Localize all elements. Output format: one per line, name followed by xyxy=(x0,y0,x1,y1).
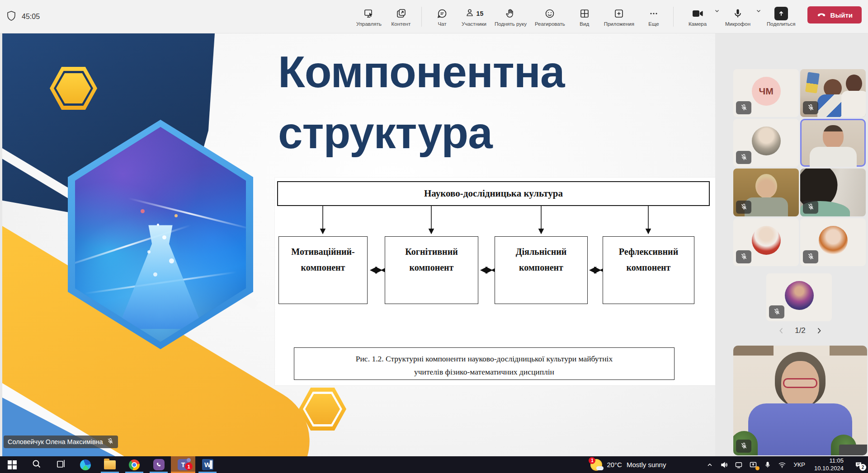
chrome-button[interactable] xyxy=(122,456,146,473)
chat-label: Чат xyxy=(438,21,446,27)
manage-monitor-cursor-icon xyxy=(363,7,374,20)
participant-tile-avatar[interactable] xyxy=(766,273,832,321)
toolbar-separator xyxy=(673,7,674,27)
component-name: компонент xyxy=(385,260,478,276)
slide-title-line2: структура xyxy=(278,103,565,164)
apps-button[interactable]: Приложения xyxy=(600,5,638,28)
camera-button[interactable]: Камера xyxy=(683,5,712,28)
ukraine-flag xyxy=(805,72,820,93)
toolbar-center-controls: Управлять Контент Чат 1 xyxy=(353,5,669,28)
search-button[interactable] xyxy=(24,456,49,473)
microphone-icon xyxy=(732,7,743,20)
screen-share-indicator-icon[interactable] xyxy=(746,456,760,473)
mic-off-badge xyxy=(803,201,818,214)
word-button[interactable]: W xyxy=(195,456,220,473)
file-explorer-icon xyxy=(104,460,116,469)
avatar-photo xyxy=(785,281,814,310)
sharing-active-dot xyxy=(755,466,760,470)
avatar-initials: ЧМ xyxy=(752,77,781,106)
taskbar-clock[interactable]: 11:05 10.10.2024 xyxy=(810,456,848,473)
teams-button[interactable]: T 1 xyxy=(171,456,195,473)
component-name: Діяльнісний xyxy=(495,244,587,260)
leave-button[interactable]: Выйти xyxy=(807,6,862,23)
more-label: Еще xyxy=(648,21,659,27)
prev-page-button[interactable] xyxy=(777,326,786,335)
participants-label: Участники xyxy=(462,21,486,27)
presenter-name: Соловейчук Олена Максимівна xyxy=(8,438,103,445)
mic-off-icon xyxy=(107,438,114,446)
apps-label: Приложения xyxy=(604,21,634,27)
chrome-icon xyxy=(129,459,140,470)
participants-count: 15 xyxy=(476,10,484,17)
weather-sun-icon: 1 xyxy=(590,459,602,471)
weather-widget[interactable]: 1 20°C Mostly sunny xyxy=(585,456,671,473)
participant-tile-active-speaker[interactable] xyxy=(800,119,866,167)
wifi-icon[interactable] xyxy=(775,456,789,473)
start-button[interactable] xyxy=(0,456,24,473)
tray-microphone-icon[interactable] xyxy=(761,456,774,473)
slide-title: Компонентна структура xyxy=(278,42,565,164)
word-icon: W xyxy=(202,459,213,470)
clock-time: 11:05 xyxy=(814,457,844,465)
participant-tile-video[interactable] xyxy=(800,69,866,117)
windows-taskbar: T 1 W 1 20°C Mostly sunny xyxy=(0,456,868,473)
participant-tile-avatar[interactable] xyxy=(733,119,799,167)
mic-off-badge xyxy=(736,101,751,114)
react-button[interactable]: Реагировать xyxy=(531,5,569,28)
figure-caption-line2: учителів фізико-математичних дисциплін xyxy=(294,365,674,379)
participant-tile-initials[interactable]: ЧМ xyxy=(733,69,799,117)
file-explorer-button[interactable] xyxy=(98,456,122,473)
leave-label: Выйти xyxy=(830,11,853,19)
participants-button[interactable]: 15 Участники xyxy=(458,5,490,28)
weather-badge: 1 xyxy=(589,457,595,464)
clock-date: 10.10.2024 xyxy=(814,465,844,473)
taskbar-right: 1 20°C Mostly sunny xyxy=(585,456,868,473)
raise-hand-icon xyxy=(505,7,516,20)
viber-icon xyxy=(153,459,165,470)
view-button[interactable]: Вид xyxy=(570,5,599,28)
hidden-icons-chevron[interactable] xyxy=(703,456,717,473)
participant-tile-video[interactable] xyxy=(800,169,866,216)
content-button[interactable]: Контент xyxy=(386,5,416,28)
raise-hand-button[interactable]: Поднять руку xyxy=(491,5,530,28)
manage-button[interactable]: Управлять xyxy=(353,5,385,28)
share-button[interactable]: Поделиться xyxy=(763,5,799,28)
presenter-video-tile[interactable] xyxy=(733,346,867,455)
viber-button[interactable] xyxy=(146,456,171,473)
volume-icon[interactable] xyxy=(717,456,731,473)
camera-icon xyxy=(691,7,704,20)
weather-temp: 20°C xyxy=(607,461,622,468)
action-center-button[interactable]: 2 xyxy=(849,456,868,473)
cast-device-icon[interactable] xyxy=(732,456,745,473)
manage-label: Управлять xyxy=(356,21,382,27)
toolbar-separator xyxy=(421,7,422,27)
participant-tile-avatar[interactable] xyxy=(733,218,799,266)
mic-off-badge xyxy=(736,201,751,214)
hangup-icon xyxy=(816,9,826,21)
diagram-component-box: Мотиваційний- компонент xyxy=(278,236,368,304)
camera-label: Камера xyxy=(689,21,707,27)
share-label: Поделиться xyxy=(767,21,796,27)
participant-tile-video[interactable] xyxy=(733,169,799,216)
avatar-initials-text: ЧМ xyxy=(759,86,773,97)
microphone-button[interactable]: Микрофон xyxy=(722,5,754,28)
microphone-chevron-down-icon[interactable] xyxy=(756,8,761,14)
presenter-name-label: Соловейчук Олена Максимівна xyxy=(4,436,118,448)
mic-off-badge xyxy=(736,151,751,164)
component-name: Рефлексивний xyxy=(603,244,694,260)
shield-icon[interactable] xyxy=(6,10,16,23)
component-name: Когнітивний xyxy=(385,244,478,260)
camera-chevron-down-icon[interactable] xyxy=(714,8,720,14)
edge-button[interactable] xyxy=(73,456,98,473)
task-view-button[interactable] xyxy=(49,456,73,473)
action-center-badge: 2 xyxy=(859,464,866,471)
smiley-icon xyxy=(544,7,555,20)
chat-button[interactable]: Чат xyxy=(427,5,457,28)
next-page-button[interactable] xyxy=(815,326,824,335)
teams-notification-badge: 1 xyxy=(185,463,193,470)
windows-logo-icon xyxy=(8,460,17,469)
participant-tile-avatar[interactable] xyxy=(800,218,866,266)
component-name: компонент xyxy=(279,260,367,276)
more-button[interactable]: Еще xyxy=(639,5,669,28)
language-indicator[interactable]: УКР xyxy=(790,456,808,473)
